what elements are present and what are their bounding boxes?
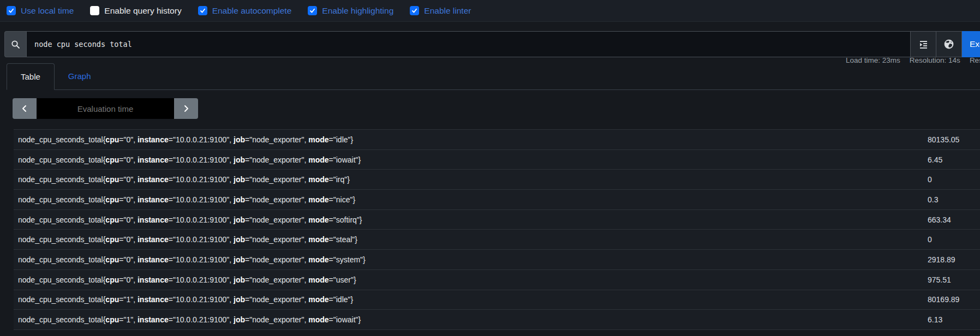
series-value: 80169.89 xyxy=(928,295,980,304)
series-value: 0 xyxy=(928,235,980,244)
search-icon xyxy=(4,31,26,57)
chevron-left-icon xyxy=(21,105,28,112)
option-label: Enable highlighting xyxy=(322,6,393,16)
checked-checkbox-icon[interactable] xyxy=(7,6,16,15)
evaluation-time-picker xyxy=(13,98,198,119)
evaluation-time-prev-button[interactable] xyxy=(13,98,37,119)
tab-table[interactable]: Table xyxy=(7,63,55,90)
chevron-right-icon xyxy=(182,105,190,112)
checked-checkbox-icon[interactable] xyxy=(308,6,317,15)
option-enable-autocomplete[interactable]: Enable autocomplete xyxy=(198,6,292,16)
table-row: node_cpu_seconds_total{cpu="0", instance… xyxy=(14,250,980,270)
series-label: node_cpu_seconds_total{cpu="0", instance… xyxy=(14,195,928,204)
series-value: 663.34 xyxy=(928,215,980,224)
option-label: Enable autocomplete xyxy=(212,6,292,16)
series-value: 6.45 xyxy=(928,155,980,164)
series-label: node_cpu_seconds_total{cpu="0", instance… xyxy=(14,215,928,224)
series-label: node_cpu_seconds_total{cpu="0", instance… xyxy=(14,255,928,264)
option-label: Enable query history xyxy=(104,6,181,16)
series-label: node_cpu_seconds_total{cpu="1", instance… xyxy=(14,315,928,324)
table-row: node_cpu_seconds_total{cpu="1", instance… xyxy=(14,310,980,330)
series-label: node_cpu_seconds_total{cpu="0", instance… xyxy=(14,275,928,284)
series-label: node_cpu_seconds_total{cpu="0", instance… xyxy=(14,135,928,144)
panel-tabs: Table Graph xyxy=(7,63,980,90)
results-table: node_cpu_seconds_total{cpu="0", instance… xyxy=(14,129,980,330)
unchecked-checkbox-icon[interactable] xyxy=(90,6,99,15)
table-row: node_cpu_seconds_total{cpu="0", instance… xyxy=(14,190,980,210)
table-row: node_cpu_seconds_total{cpu="0", instance… xyxy=(14,150,980,170)
table-row: node_cpu_seconds_total{cpu="1", instance… xyxy=(14,290,980,310)
checked-checkbox-icon[interactable] xyxy=(410,6,419,15)
evaluation-time-input[interactable] xyxy=(37,98,174,119)
series-label: node_cpu_seconds_total{cpu="0", instance… xyxy=(14,155,928,164)
evaluation-time-next-button[interactable] xyxy=(174,98,198,119)
option-enable-highlighting[interactable]: Enable highlighting xyxy=(308,6,393,16)
table-row: node_cpu_seconds_total{cpu="0", instance… xyxy=(14,170,980,190)
series-value: 2918.89 xyxy=(928,255,980,264)
table-row: node_cpu_seconds_total{cpu="0", instance… xyxy=(14,270,980,290)
option-enable-query-history[interactable]: Enable query history xyxy=(90,6,181,16)
checked-checkbox-icon[interactable] xyxy=(198,6,207,15)
series-label: node_cpu_seconds_total{cpu="0", instance… xyxy=(14,235,928,244)
series-value: 6.13 xyxy=(928,315,980,324)
execute-button[interactable]: Execute xyxy=(962,31,980,57)
format-expression-button[interactable] xyxy=(911,31,936,57)
series-value: 0 xyxy=(928,175,980,184)
query-input-group: Execute xyxy=(4,31,980,57)
table-row: node_cpu_seconds_total{cpu="0", instance… xyxy=(14,210,980,230)
series-value: 975.51 xyxy=(928,275,980,284)
series-value: 0.3 xyxy=(928,195,980,204)
metrics-explorer-globe-icon xyxy=(943,39,954,50)
query-input[interactable] xyxy=(26,31,911,57)
format-expression-icon xyxy=(918,39,929,50)
series-label: node_cpu_seconds_total{cpu="0", instance… xyxy=(14,175,928,184)
series-label: node_cpu_seconds_total{cpu="1", instance… xyxy=(14,295,928,304)
option-use-local-time[interactable]: Use local time xyxy=(7,6,74,16)
options-bar: Use local timeEnable query historyEnable… xyxy=(0,0,980,22)
option-label: Use local time xyxy=(21,6,74,16)
table-row: node_cpu_seconds_total{cpu="0", instance… xyxy=(14,230,980,250)
table-row: node_cpu_seconds_total{cpu="0", instance… xyxy=(14,130,980,150)
metrics-explorer-button[interactable] xyxy=(936,31,962,57)
tab-graph[interactable]: Graph xyxy=(55,63,105,89)
option-enable-linter[interactable]: Enable linter xyxy=(410,6,471,16)
prometheus-expression-browser: Use local timeEnable query historyEnable… xyxy=(0,0,980,336)
option-label: Enable linter xyxy=(424,6,471,16)
series-value: 80135.05 xyxy=(928,135,980,144)
